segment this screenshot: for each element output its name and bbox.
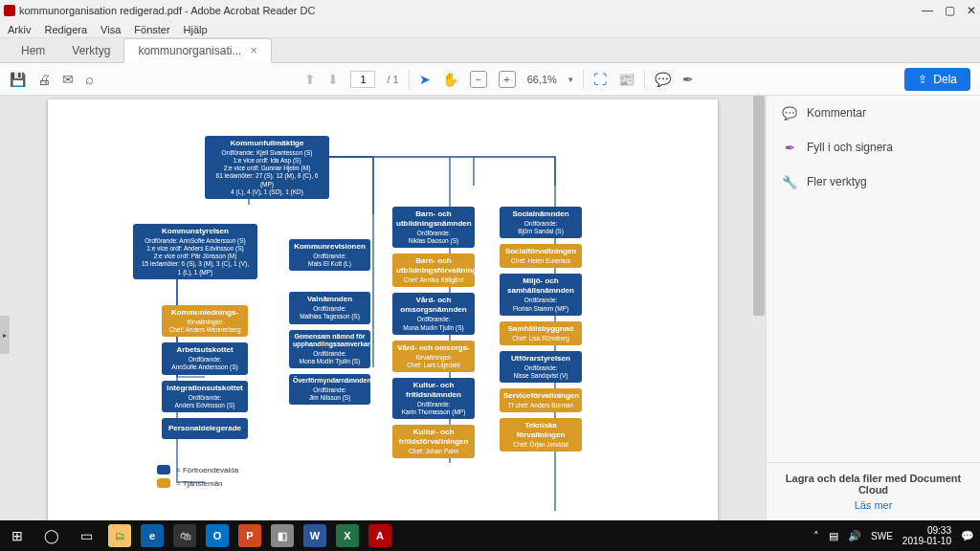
- comment-icon[interactable]: 💬: [655, 72, 671, 87]
- menu-fonster[interactable]: Fönster: [134, 24, 169, 35]
- start-button[interactable]: ⊞: [0, 520, 34, 551]
- print-icon[interactable]: 🖨: [37, 72, 51, 87]
- node-valnamnd: Valnämnden Ordförande: Mathias Tagesson …: [289, 292, 370, 323]
- tab-document-label: kommunorganisati...: [138, 44, 241, 57]
- save-icon[interactable]: 💾: [10, 72, 26, 87]
- node-line: Chef: Annika Källgård: [396, 276, 471, 284]
- fit-width-icon[interactable]: ⛶: [593, 72, 607, 87]
- pointer-icon[interactable]: ➤: [419, 72, 431, 87]
- taskbar-app-gray[interactable]: ◧: [266, 520, 299, 551]
- panel-label: Kommentar: [807, 106, 866, 120]
- node-line: Anders Edvinsson (S): [166, 402, 244, 409]
- col2: Kommunrevisionen Ordförande: Mats El Kot…: [289, 239, 370, 405]
- promo-link[interactable]: Läs mer: [778, 499, 969, 511]
- taskbar-powerpoint[interactable]: P: [234, 520, 266, 551]
- taskbar-store[interactable]: 🛍: [168, 520, 201, 551]
- system-tray[interactable]: ˄ ▤ 🔊 SWE 09:33 2019-01-10 💬: [808, 525, 980, 546]
- node: SamhällsbyggnadChef: Lisa Rönnberg: [500, 321, 582, 345]
- zoom-value[interactable]: 66,1%: [527, 74, 557, 85]
- node-title: Kommunfullmäktige: [209, 139, 325, 148]
- page-down-icon[interactable]: ⬇: [327, 72, 339, 87]
- node-line: Ordförande:: [166, 356, 244, 364]
- tab-tools[interactable]: Verktyg: [58, 39, 123, 62]
- panel-label: Fyll i och signera: [807, 141, 893, 154]
- taskbar-excel[interactable]: X: [331, 520, 364, 551]
- node-line: Florian Stamm (MP): [503, 305, 578, 313]
- comment-icon: 💬: [782, 105, 797, 121]
- hand-icon[interactable]: ✋: [442, 72, 458, 87]
- window-close[interactable]: ✕: [967, 4, 976, 17]
- taskbar-edge[interactable]: e: [136, 520, 168, 551]
- reading-mode-icon[interactable]: 📰: [618, 72, 635, 87]
- pen-icon: ✒: [782, 140, 797, 155]
- node-title: Personaldelegerade: [166, 424, 244, 433]
- node-title: Miljö- och samhällsnämnden: [503, 276, 578, 296]
- node-line: Ordförande: Kjell Svantesson (S): [209, 149, 325, 157]
- mail-icon[interactable]: ✉: [62, 72, 74, 87]
- menu-redigera[interactable]: Redigera: [44, 24, 87, 35]
- node-line: Chef: Helen Eurenius: [503, 257, 578, 265]
- legend: = Förtroendevalda = Tjänstemän: [157, 461, 238, 488]
- node-title: Tekniska förvaltningen: [503, 421, 578, 440]
- zoom-in-button[interactable]: +: [499, 71, 516, 88]
- node-line: Mathias Tagesson (S): [293, 313, 367, 320]
- page-number-input[interactable]: [350, 71, 375, 88]
- chevron-down-icon[interactable]: ▾: [568, 75, 573, 84]
- node-upphandling: Gemensam nämnd för upphandlingssamverkan…: [289, 330, 370, 369]
- tray-up-icon[interactable]: ˄: [813, 530, 819, 542]
- node-line: Chef: Anders Wennerberg: [166, 326, 244, 334]
- taskbar-acrobat[interactable]: A: [364, 520, 396, 551]
- node-arbetsutskottet: Arbetsutskottet Ordförande: AnnSofie And…: [162, 342, 248, 374]
- share-label: Dela: [933, 73, 957, 86]
- legend-swatch-yellow: [157, 478, 170, 488]
- node: Vård- och omsorgs-förvaltningenChef: Lar…: [392, 341, 475, 372]
- toolbar: 💾 🖨 ✉ ⌕ ⬆ ⬇ / 1 ➤ ✋ − + 66,1% ▾ ⛶ 📰 💬 ✒ …: [0, 63, 980, 96]
- search-button[interactable]: ◯: [34, 520, 69, 551]
- tray-network-icon[interactable]: ▤: [829, 530, 838, 542]
- tab-home[interactable]: Hem: [8, 39, 58, 62]
- tools-panel: 💬 Kommentar ✒ Fyll i och signera 🔧 Fler …: [766, 96, 980, 520]
- scrollbar-thumb[interactable]: [753, 96, 765, 316]
- menu-arkiv[interactable]: Arkiv: [8, 24, 31, 35]
- taskbar-explorer[interactable]: 🗂: [103, 520, 136, 551]
- node-line: Ordförande:: [503, 297, 578, 304]
- panel-toggle-left[interactable]: ▸: [0, 316, 10, 354]
- org-chart: Kommunfullmäktige Ordförande: Kjell Svan…: [61, 119, 704, 501]
- tab-close-icon[interactable]: ×: [251, 44, 257, 57]
- node-title: Kultur- och fritidsnämnden: [396, 381, 471, 400]
- taskbar-outlook[interactable]: O: [201, 520, 234, 551]
- node-title: Vård- och omsorgsnämnden: [396, 296, 471, 315]
- tab-document[interactable]: kommunorganisati... ×: [123, 38, 271, 63]
- sign-icon[interactable]: ✒: [682, 72, 694, 87]
- zoom-out-button[interactable]: −: [470, 71, 487, 88]
- panel-more-tools[interactable]: 🔧 Fler verktyg: [767, 165, 980, 199]
- col3: Barn- och utbildningsnämndenOrdförande:N…: [392, 207, 475, 458]
- node-line: Chef: Lisa Rönnberg: [503, 335, 578, 342]
- task-view-button[interactable]: ▭: [69, 520, 103, 551]
- page-up-icon[interactable]: ⬆: [304, 72, 316, 87]
- taskbar-word[interactable]: W: [299, 520, 331, 551]
- vertical-scrollbar[interactable]: [752, 96, 766, 520]
- panel-fill-sign[interactable]: ✒ Fyll i och signera: [767, 130, 980, 165]
- node-line: Ordförande:: [293, 386, 367, 394]
- tray-notifications-icon[interactable]: 💬: [961, 530, 974, 542]
- toolbar-separator: [644, 70, 645, 89]
- node: Tekniska förvaltningenChef: Örjan Jervid…: [500, 418, 582, 452]
- taskbar: ⊞ ◯ ▭ 🗂 e 🛍 O P ◧ W X A ˄ ▤ 🔊 SWE 09:33 …: [0, 520, 980, 551]
- window-maximize[interactable]: ▢: [945, 4, 955, 17]
- tray-lang[interactable]: SWE: [871, 531, 893, 541]
- node-line: Ordförande:: [396, 401, 471, 408]
- panel-kommentar[interactable]: 💬 Kommentar: [767, 96, 980, 130]
- tray-clock[interactable]: 09:33 2019-01-10: [902, 525, 951, 546]
- pdf-page: Kommunfullmäktige Ordförande: Kjell Svan…: [48, 99, 718, 520]
- menu-visa[interactable]: Visa: [100, 24, 121, 35]
- zoom-find-icon[interactable]: ⌕: [85, 71, 94, 87]
- share-button[interactable]: ⇪ Dela: [904, 68, 970, 91]
- menu-hjalp[interactable]: Hjälp: [184, 24, 208, 35]
- node-kommunfullmaktige: Kommunfullmäktige Ordförande: Kjell Svan…: [205, 136, 329, 199]
- page-area[interactable]: ▸ ◂ Kommunfullmäktige Ordf: [0, 96, 766, 520]
- node-revision: Kommunrevisionen Ordförande: Mats El Kot…: [289, 239, 370, 271]
- tray-volume-icon[interactable]: 🔊: [848, 530, 861, 542]
- window-minimize[interactable]: —: [922, 4, 933, 17]
- node-integration: Integrationsutskottet Ordförande: Anders…: [162, 381, 248, 412]
